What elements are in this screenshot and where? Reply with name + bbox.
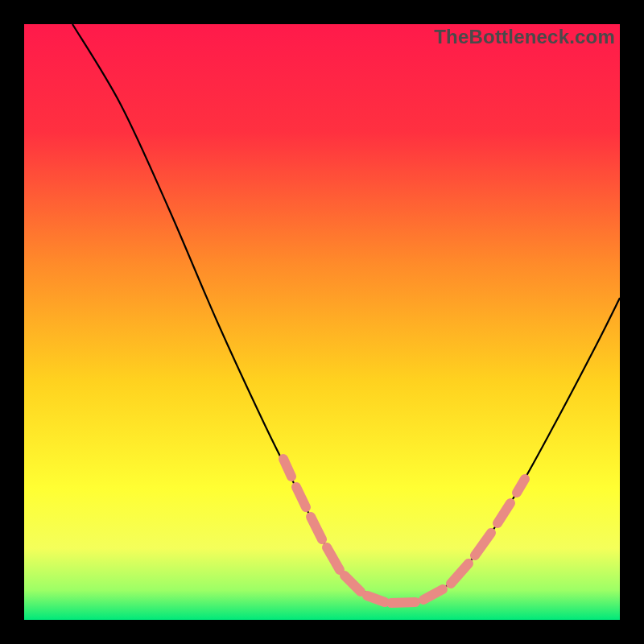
svg-line-6 <box>391 602 415 603</box>
chart-svg <box>24 24 620 620</box>
watermark-text: TheBottleneck.com <box>434 26 615 48</box>
plot-area: TheBottleneck.com <box>24 24 620 620</box>
svg-line-5 <box>367 596 385 602</box>
